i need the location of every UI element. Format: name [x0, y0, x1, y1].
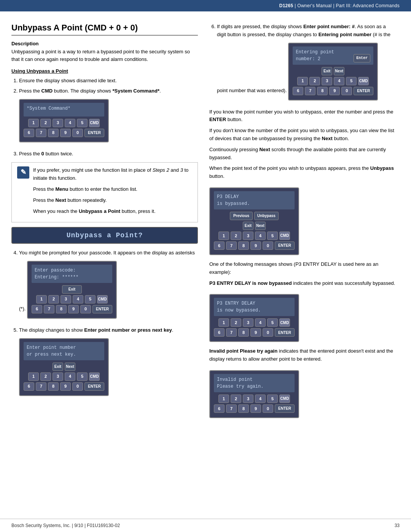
key-0[interactable]: 0 [263, 328, 273, 337]
key-9[interactable]: 9 [60, 382, 71, 391]
key-4[interactable]: 4 [73, 295, 83, 304]
key-6[interactable]: 6 [214, 404, 225, 413]
key-7[interactable]: 7 [226, 328, 237, 337]
key-cmd[interactable]: CMD [279, 395, 290, 403]
p3-bypassed-keypad: P3 DELAY is bypassed. Previous Unbypass … [209, 187, 299, 255]
key-4[interactable]: 4 [65, 372, 75, 381]
key-4[interactable]: 4 [255, 232, 266, 240]
key-8[interactable]: 8 [56, 305, 67, 313]
key-8[interactable]: 8 [238, 328, 249, 337]
key-1[interactable]: 1 [218, 395, 229, 403]
key-3[interactable]: 3 [243, 232, 253, 240]
key-9[interactable]: 9 [60, 129, 71, 137]
unbypass-button[interactable]: Unbypass [254, 212, 279, 220]
key-5[interactable]: 5 [77, 119, 88, 127]
next-button-p3[interactable]: Next [255, 222, 266, 230]
key-enter[interactable]: ENTER [84, 129, 104, 137]
key-4[interactable]: 4 [255, 395, 266, 403]
key-6[interactable]: 6 [24, 382, 34, 391]
key-0[interactable]: 0 [263, 404, 273, 413]
key-6[interactable]: 6 [32, 305, 42, 313]
key-1[interactable]: 1 [218, 318, 229, 327]
next-button-entering[interactable]: Next [334, 67, 344, 75]
key-enter[interactable]: ENTER [275, 241, 295, 250]
key-2[interactable]: 2 [231, 318, 241, 327]
key-9[interactable]: 9 [329, 87, 340, 95]
p3-row2: 6 7 8 9 0 ENTER [214, 241, 295, 250]
key-7[interactable]: 7 [36, 382, 46, 391]
key-7[interactable]: 7 [36, 129, 46, 137]
key-0[interactable]: 0 [72, 382, 83, 391]
key-2[interactable]: 2 [231, 395, 241, 403]
key-9[interactable]: 9 [68, 305, 79, 313]
key-2[interactable]: 2 [48, 295, 59, 304]
key-8[interactable]: 8 [238, 404, 249, 413]
key-5[interactable]: 5 [85, 295, 96, 304]
key-enter[interactable]: ENTER [275, 404, 295, 413]
key-3[interactable]: 3 [53, 119, 63, 127]
key-cmd[interactable]: CMD [89, 119, 100, 127]
key-8[interactable]: 8 [238, 241, 249, 250]
key-6[interactable]: 6 [24, 129, 34, 137]
key-cmd[interactable]: CMD [358, 77, 369, 85]
key-1[interactable]: 1 [28, 119, 39, 127]
key-enter[interactable]: ENTER [84, 382, 104, 391]
key-0[interactable]: 0 [341, 87, 352, 95]
key-0[interactable]: 0 [263, 241, 273, 250]
key-9[interactable]: 9 [250, 404, 261, 413]
key-0[interactable]: 0 [80, 305, 91, 313]
key-1[interactable]: 1 [297, 77, 308, 85]
key-3[interactable]: 3 [243, 395, 253, 403]
key-1[interactable]: 1 [36, 295, 47, 304]
key-7[interactable]: 7 [305, 87, 315, 95]
key-7[interactable]: 7 [226, 404, 237, 413]
key-9[interactable]: 9 [250, 328, 261, 337]
exit-button-p3[interactable]: Exit [243, 222, 253, 230]
key-3[interactable]: 3 [243, 318, 253, 327]
key-cmd[interactable]: CMD [97, 295, 108, 304]
exit-button-entering[interactable]: Exit [322, 67, 332, 75]
key-8[interactable]: 8 [48, 129, 59, 137]
key-8[interactable]: 8 [48, 382, 59, 391]
key-cmd[interactable]: CMD [89, 372, 100, 381]
key-2[interactable]: 2 [231, 232, 241, 240]
key-2[interactable]: 2 [309, 77, 320, 85]
key-1[interactable]: 1 [218, 232, 229, 240]
key-2[interactable]: 2 [40, 372, 51, 381]
key-5[interactable]: 5 [346, 77, 357, 85]
key-5[interactable]: 5 [267, 395, 278, 403]
key-5[interactable]: 5 [267, 318, 278, 327]
exit-button-passcode[interactable]: Exit [62, 285, 82, 294]
key-0[interactable]: 0 [72, 129, 83, 137]
key-8[interactable]: 8 [317, 87, 328, 95]
key-5[interactable]: 5 [267, 232, 278, 240]
key-7[interactable]: 7 [44, 305, 54, 313]
key-2[interactable]: 2 [40, 119, 51, 127]
key-1[interactable]: 1 [28, 372, 39, 381]
key-cmd[interactable]: CMD [279, 232, 290, 240]
key-9[interactable]: 9 [250, 241, 261, 250]
key-5[interactable]: 5 [77, 372, 88, 381]
key-3[interactable]: 3 [53, 372, 63, 381]
key-6[interactable]: 6 [214, 241, 225, 250]
key-enter[interactable]: ENTER [354, 87, 373, 95]
p3-now-bypassed-display: P3 ENTRY DELAY is now bypassed. [214, 298, 295, 316]
previous-button[interactable]: Previous [230, 212, 253, 220]
key-enter[interactable]: ENTER [275, 328, 295, 337]
key-3[interactable]: 3 [61, 295, 71, 304]
exit-button-enter-point[interactable]: Exit [53, 363, 63, 371]
key-4[interactable]: 4 [65, 119, 75, 127]
para-scroll: Continuously pressing Next scrolls throu… [209, 146, 396, 162]
key-cmd[interactable]: CMD [279, 318, 290, 327]
key-3[interactable]: 3 [322, 77, 332, 85]
next-button-enter-point[interactable]: Next [65, 363, 75, 371]
key-7[interactable]: 7 [226, 241, 237, 250]
key-4[interactable]: 4 [334, 77, 344, 85]
enter-key-top[interactable]: Enter [354, 54, 370, 62]
left-column: Unbypass A Point (CMD + 0 + 0) Descripti… [11, 23, 198, 511]
key-4[interactable]: 4 [255, 318, 266, 327]
key-6[interactable]: 6 [214, 328, 225, 337]
key-6[interactable]: 6 [293, 87, 303, 95]
p3-now-bypassed-keypad-wrap: P3 ENTRY DELAY is now bypassed. 1 2 3 4 … [209, 294, 299, 342]
key-enter[interactable]: ENTER [92, 305, 112, 313]
